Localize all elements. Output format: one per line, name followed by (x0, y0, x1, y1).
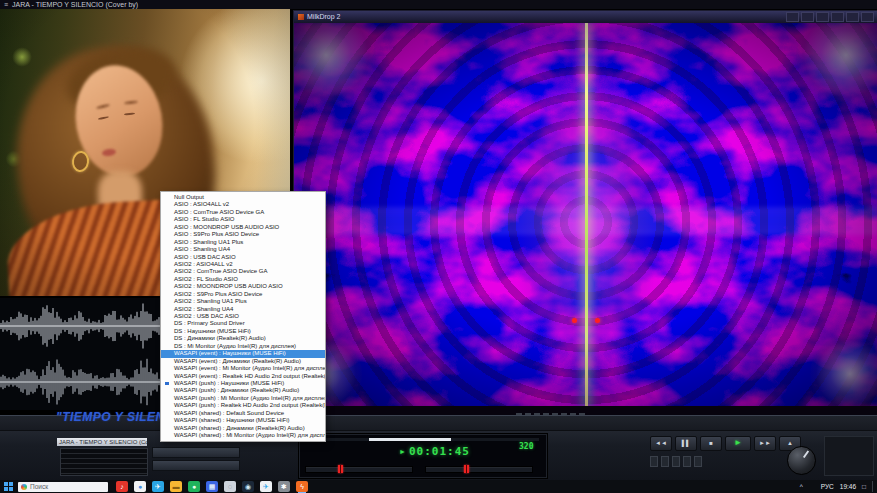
output-menu-item[interactable]: WASAPI (event) : Наушники (MUSE HiFi) (161, 350, 325, 357)
output-menu-item[interactable]: WASAPI (event) : Mi Monitor (Аудио Intel… (161, 365, 325, 372)
taskbar-app-icon[interactable]: ✈ (152, 481, 164, 492)
output-menu-item[interactable]: ASIO : ASIO4ALL v2 (161, 201, 325, 208)
taskbar-search[interactable]: Поиск (18, 482, 108, 492)
transport-button[interactable]: ◄◄ (650, 436, 672, 451)
transport-button[interactable]: ►► (754, 436, 776, 451)
output-menu-item[interactable]: ASIO2 : ASIO4ALL v2 (161, 261, 325, 268)
output-menu-item-label: ASIO : USB DAC ASIO (174, 254, 236, 260)
output-menu-item[interactable]: ASIO : Shanling UA4 (161, 246, 325, 253)
windows-logo-icon (4, 482, 13, 491)
output-menu-item-label: ASIO2 : ASIO4ALL v2 (174, 261, 232, 267)
taskbar-clock[interactable]: 19:46 (840, 480, 856, 493)
milkdrop-window-button[interactable] (846, 12, 859, 22)
show-desktop-button[interactable] (872, 481, 875, 492)
milkdrop-titlebar[interactable]: MilkDrop 2 (294, 11, 877, 23)
slider-groove[interactable] (305, 466, 413, 473)
player-toggle-chip[interactable] (672, 456, 680, 467)
tray-chevron-icon[interactable]: ^ (800, 480, 803, 493)
output-menu-item[interactable]: ASIO : USB DAC ASIO (161, 254, 325, 261)
output-menu-item[interactable]: ASIO2 : MOONDROP USB AUDIO ASIO (161, 283, 325, 290)
output-menu-item[interactable]: DS : Наушники (MUSE HiFi) (161, 328, 325, 335)
output-menu-item[interactable]: ASIO : FL Studio ASIO (161, 216, 325, 223)
taskbar-app-icon[interactable]: ▦ (206, 481, 218, 492)
output-menu-item[interactable]: WASAPI (shared) : Наушники (MUSE HiFi) (161, 417, 325, 424)
player-toggle-chip[interactable] (650, 456, 658, 467)
output-menu-item[interactable]: ASIO : Shanling UA1 Plus (161, 239, 325, 246)
language-indicator[interactable]: РУС (821, 480, 834, 493)
time-group: ► 00:01:45 (399, 445, 470, 458)
skin-option-button[interactable] (152, 447, 240, 458)
slider-handle[interactable] (464, 465, 469, 473)
output-menu-item[interactable]: ASIO : S9Pro Plus ASIO Device (161, 231, 325, 238)
milkdrop-window-button[interactable] (801, 12, 814, 22)
output-menu-item[interactable]: ASIO : MOONDROP USB AUDIO ASIO (161, 224, 325, 231)
app-glyph: ● (192, 481, 196, 492)
output-menu-item[interactable]: ASIO2 : S9Pro Plus ASIO Device (161, 291, 325, 298)
output-menu-item-label: WASAPI (push) : Realtek HD Audio 2nd out… (174, 402, 325, 408)
output-menu-item[interactable]: WASAPI (shared) : Mi Monitor (Аудио Inte… (161, 432, 325, 439)
output-menu-item-label: WASAPI (event) : Динамики (Realtek(R) Au… (174, 358, 301, 364)
player-toggle-chip[interactable] (694, 456, 702, 467)
slider-handle[interactable] (338, 465, 343, 473)
output-menu-item[interactable]: ASIO2 : ComTrue ASIO Device GA (161, 268, 325, 275)
milkdrop-window-button[interactable] (831, 12, 844, 22)
output-menu-item-label: WASAPI (event) : Mi Monitor (Аудио Intel… (174, 365, 325, 371)
output-menu-item[interactable]: DS : Mi Monitor (Аудио Intel(R) для дисп… (161, 343, 325, 350)
player-right-panel (824, 436, 874, 476)
output-menu-item[interactable]: WASAPI (event) : Realtek HD Audio 2nd ou… (161, 373, 325, 380)
start-button[interactable] (0, 480, 16, 493)
taskbar-app-icon[interactable]: ✈ (260, 481, 272, 492)
taskbar-app-icon[interactable]: ● (188, 481, 200, 492)
output-menu-item[interactable]: Null Output (161, 194, 325, 201)
volume-knob[interactable] (787, 446, 816, 475)
slider-groove[interactable] (425, 466, 533, 473)
transport-button[interactable]: ■ (700, 436, 722, 451)
play-status-icon: ► (399, 448, 406, 455)
seek-bar[interactable] (307, 438, 539, 441)
taskbar-app-icon[interactable]: ▬ (170, 481, 182, 492)
app-glyph: ♪ (120, 481, 124, 492)
taskbar-app-icon[interactable]: ◉ (242, 481, 254, 492)
output-menu-item[interactable]: WASAPI (shared) : Default Sound Device (161, 410, 325, 417)
milkdrop-window-button[interactable] (816, 12, 829, 22)
player-toggle-chip[interactable] (661, 456, 669, 467)
output-menu-item-label: ASIO : FL Studio ASIO (174, 216, 234, 222)
output-menu-item[interactable]: DS : Динамики (Realtek(R) Audio) (161, 335, 325, 342)
output-menu-item[interactable]: ASIO2 : Shanling UA1 Plus (161, 298, 325, 305)
taskbar-app-icon[interactable]: ◌ (224, 481, 236, 492)
output-menu-item-label: ASIO2 : USB DAC ASIO (174, 313, 239, 319)
taskbar-app-icon[interactable]: ● (134, 481, 146, 492)
output-menu-item[interactable]: WASAPI (push) : Mi Monitor (Аудио Intel(… (161, 395, 325, 402)
output-menu-item[interactable]: ASIO2 : Shanling UA4 (161, 306, 325, 313)
output-menu-item[interactable]: WASAPI (push) : Наушники (MUSE HiFi) (161, 380, 325, 387)
skin-option-button[interactable] (152, 460, 240, 471)
milkdrop-window-buttons (786, 12, 874, 22)
transport-button[interactable]: ► (725, 436, 751, 451)
output-menu-item[interactable]: WASAPI (event) : Динамики (Realtek(R) Au… (161, 358, 325, 365)
mini-playlist-panel[interactable] (60, 448, 148, 476)
taskbar-app-icon[interactable]: ✱ (278, 481, 290, 492)
player-toggle-chip[interactable] (683, 456, 691, 467)
output-menu-item[interactable]: WASAPI (push) : Динамики (Realtek(R) Aud… (161, 387, 325, 394)
milkdrop-window-button[interactable] (861, 12, 874, 22)
output-menu-item[interactable]: DS : Primary Sound Driver (161, 320, 325, 327)
output-menu-item[interactable]: ASIO : ComTrue ASIO Device GA (161, 209, 325, 216)
transport-controls: ◄◄▌▌■►►►▲ (650, 436, 801, 451)
taskbar-app-icon[interactable]: ♪ (116, 481, 128, 492)
notification-icon[interactable]: □ (862, 480, 866, 493)
output-menu-item-label: ASIO2 : Shanling UA4 (174, 306, 233, 312)
output-menu-item[interactable]: ASIO2 : USB DAC ASIO (161, 313, 325, 320)
transport-glyph: ▌▌ (682, 440, 691, 446)
slider-right[interactable] (425, 459, 533, 473)
output-menu-item-label: DS : Наушники (MUSE HiFi) (174, 328, 251, 334)
taskbar-app-icon[interactable]: ϟ (296, 481, 308, 492)
output-menu-item[interactable]: WASAPI (shared) : Динамики (Realtek(R) A… (161, 425, 325, 432)
output-menu-item[interactable]: WASAPI (push) : Realtek HD Audio 2nd out… (161, 402, 325, 409)
slider-left[interactable] (305, 459, 413, 473)
milkdrop-window-button[interactable] (786, 12, 799, 22)
milkdrop-visualization[interactable] (294, 23, 877, 406)
transport-button[interactable]: ▌▌ (675, 436, 697, 451)
output-menu-item[interactable]: ASIO2 : FL Studio ASIO (161, 276, 325, 283)
menu-icon[interactable]: ≡ (4, 0, 8, 9)
output-menu-item-label: ASIO2 : MOONDROP USB AUDIO ASIO (174, 283, 283, 289)
